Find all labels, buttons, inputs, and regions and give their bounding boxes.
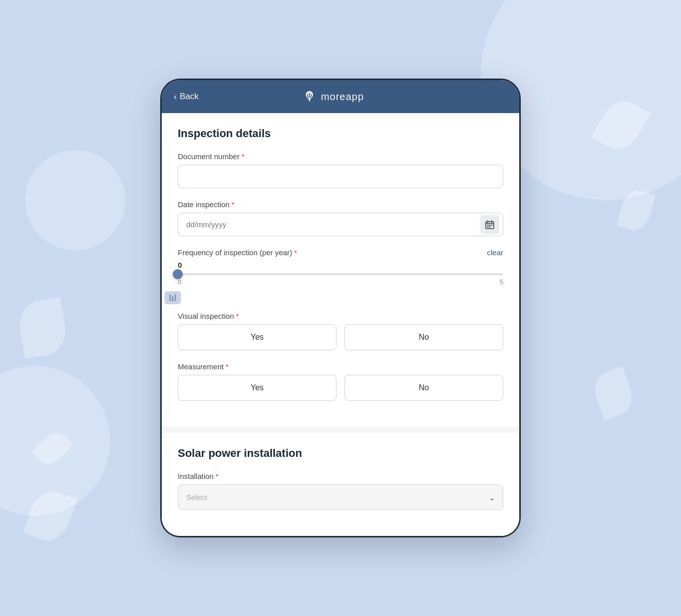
tooltip-line-1 <box>170 294 171 301</box>
frequency-value: 0 <box>178 261 503 269</box>
back-button[interactable]: ‹ Back <box>174 92 199 102</box>
date-inspection-input[interactable] <box>178 213 503 236</box>
frequency-field: Frequency of inspection (per year) * cle… <box>178 248 503 288</box>
date-inspection-label: Date inspection * <box>178 200 503 209</box>
tooltip-lines-icon <box>170 294 176 301</box>
clear-button[interactable]: clear <box>487 248 503 257</box>
visual-inspection-field: Visual inspection * Yes No <box>178 312 503 350</box>
form-content: Inspection details Document number * Dat… <box>162 113 519 536</box>
back-chevron-icon: ‹ <box>174 92 177 102</box>
section1-title: Inspection details <box>178 127 503 140</box>
date-input-wrapper <box>178 213 503 236</box>
leaf-decoration-6 <box>16 297 70 359</box>
measurement-required: * <box>226 363 228 371</box>
installation-required: * <box>216 472 218 480</box>
installation-label: Installation * <box>178 472 503 480</box>
frequency-label: Frequency of inspection (per year) * <box>178 248 297 257</box>
installation-select[interactable]: Select <box>178 484 503 510</box>
installation-select-wrapper: Select ⌄ <box>178 484 503 510</box>
slider-tooltip <box>165 291 181 304</box>
svg-rect-8 <box>489 226 491 227</box>
slider-max-label: 5 <box>500 278 503 286</box>
measurement-no-button[interactable]: No <box>345 375 503 401</box>
slider-track <box>178 273 503 275</box>
slider-container: 0 5 <box>178 271 503 288</box>
svg-rect-5 <box>489 225 491 226</box>
frequency-required: * <box>294 249 296 257</box>
slider-thumb[interactable] <box>173 269 183 279</box>
svg-rect-4 <box>487 225 489 226</box>
slider-range-labels: 0 5 <box>178 278 503 286</box>
measurement-options: Yes No <box>178 375 503 401</box>
date-inspection-field: Date inspection * <box>178 200 503 236</box>
phone-frame: ‹ Back moreapp Inspection details Docume… <box>160 79 521 537</box>
visual-inspection-label: Visual inspection * <box>178 312 503 320</box>
inspection-details-section: Inspection details Document number * Dat… <box>162 113 519 427</box>
slider-min-label: 0 <box>178 278 181 286</box>
back-label: Back <box>180 92 199 102</box>
measurement-label: Measurement * <box>178 362 503 371</box>
document-number-field: Document number * <box>178 152 503 188</box>
app-header: ‹ Back moreapp <box>162 80 519 113</box>
document-number-input[interactable] <box>178 165 503 188</box>
document-number-required: * <box>241 153 244 161</box>
section-divider <box>162 427 519 433</box>
logo-text: moreapp <box>321 91 364 103</box>
bg-decoration-3 <box>25 150 125 250</box>
date-inspection-required: * <box>231 201 234 209</box>
document-number-label: Document number * <box>178 152 503 161</box>
logo-area: moreapp <box>302 89 364 104</box>
leaf-decoration-3 <box>589 366 638 421</box>
visual-inspection-yes-button[interactable]: Yes <box>178 324 336 350</box>
tooltip-line-3 <box>175 294 176 301</box>
visual-inspection-options: Yes No <box>178 324 503 350</box>
calendar-icon <box>485 220 494 229</box>
tooltip-line-2 <box>172 296 174 301</box>
svg-rect-7 <box>487 226 489 227</box>
visual-inspection-required: * <box>236 312 238 320</box>
measurement-field: Measurement * Yes No <box>178 362 503 401</box>
calendar-button[interactable] <box>480 215 499 234</box>
measurement-yes-button[interactable]: Yes <box>178 375 336 401</box>
frequency-header: Frequency of inspection (per year) * cle… <box>178 248 503 257</box>
visual-inspection-no-button[interactable]: No <box>345 324 503 350</box>
installation-field: Installation * Select ⌄ <box>178 472 503 510</box>
svg-rect-6 <box>491 225 493 226</box>
solar-power-section: Solar power installation Installation * … <box>162 433 519 536</box>
moreapp-logo-icon <box>302 89 317 104</box>
section2-title: Solar power installation <box>178 447 503 460</box>
